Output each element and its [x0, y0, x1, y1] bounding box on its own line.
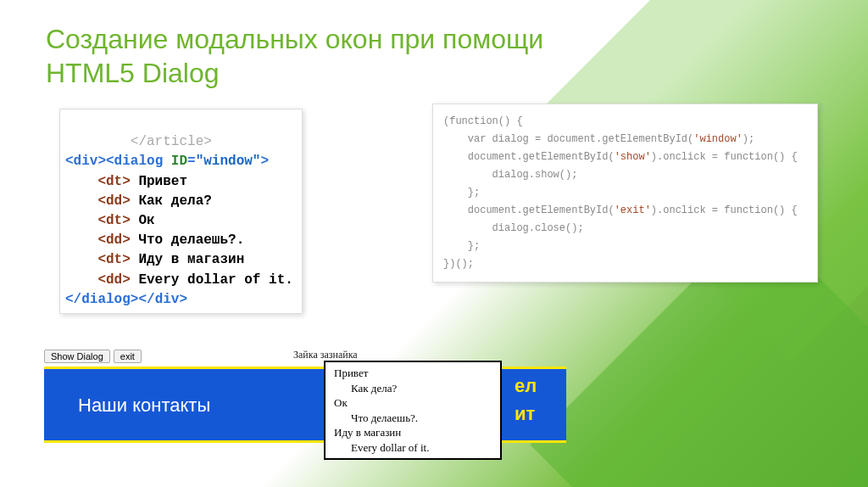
- yellow-fragment: елит: [515, 372, 537, 428]
- dialog-dd: Every dollar of it.: [334, 440, 492, 456]
- title-line2: HTML5 Dialog: [46, 58, 220, 88]
- code-tag: <dd>: [97, 193, 130, 209]
- dialog-dd: Что делаешь?.: [334, 411, 492, 426]
- header-small-text: Зайка зазнайка: [293, 349, 358, 361]
- dialog-dd: Как дела?: [334, 381, 492, 396]
- code-line: (function() {: [443, 115, 523, 127]
- dialog-dt: Ок: [334, 395, 492, 411]
- dialog-dt: Привет: [334, 366, 492, 381]
- contacts-label: Наши контакты: [78, 395, 210, 417]
- dialog-preview: Привет Как дела? Ок Что делаешь?. Иду в …: [324, 361, 502, 460]
- code-tag: </dialog>: [65, 292, 138, 307]
- code-tag: <div>: [65, 154, 106, 169]
- code-tag: <dd>: [97, 272, 130, 288]
- demo-buttons: Show Dialog exit: [44, 350, 142, 363]
- code-block-html: </article> <div><dialog ID="window"> <dt…: [59, 109, 303, 314]
- show-dialog-button[interactable]: Show Dialog: [44, 350, 110, 363]
- code-string: "window": [196, 154, 261, 169]
- code-block-js: (function() { var dialog = document.getE…: [432, 104, 818, 283]
- slide-title: Создание модальных окон при помощи HTML5…: [46, 22, 543, 90]
- code-attr: ID: [171, 154, 187, 169]
- code-tag: <dt>: [97, 252, 130, 267]
- dialog-dt: Иду в магазин: [334, 425, 492, 440]
- title-line1: Создание модальных окон при помощи: [46, 24, 543, 54]
- code-tag: <dt>: [97, 213, 130, 228]
- code-line: </article>: [65, 134, 212, 149]
- code-tag: <dialog: [106, 154, 171, 169]
- exit-button[interactable]: exit: [114, 350, 142, 363]
- code-tag: <dd>: [97, 232, 130, 248]
- code-tag: <dt>: [97, 174, 130, 189]
- code-tag: </div>: [138, 292, 187, 307]
